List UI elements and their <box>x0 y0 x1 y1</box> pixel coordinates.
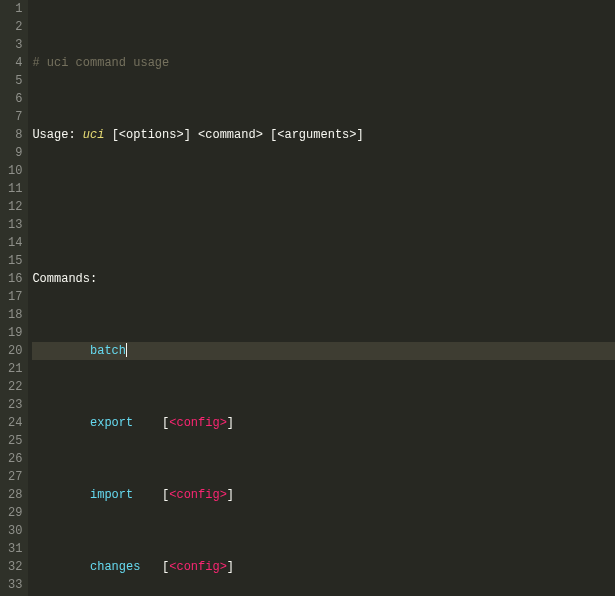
command-name: uci <box>83 128 105 142</box>
subcommand: batch <box>90 344 126 358</box>
usage-prefix: Usage: <box>32 128 82 142</box>
subcommand: changes <box>90 560 162 574</box>
code-line[interactable]: export [<config>] <box>32 414 615 432</box>
line-number: 8 <box>8 126 22 144</box>
line-number: 10 <box>8 162 22 180</box>
code-line-active[interactable]: batch <box>32 342 615 360</box>
line-number: 26 <box>8 450 22 468</box>
code-line[interactable] <box>32 198 615 216</box>
line-number: 27 <box>8 468 22 486</box>
line-number: 17 <box>8 288 22 306</box>
line-number: 30 <box>8 522 22 540</box>
config-param: <config> <box>169 560 227 574</box>
comment-text: # uci command usage <box>32 56 169 70</box>
code-area[interactable]: # uci command usage Usage: uci [<options… <box>28 0 615 596</box>
line-number: 21 <box>8 360 22 378</box>
line-number: 18 <box>8 306 22 324</box>
line-number: 2 <box>8 18 22 36</box>
section-heading: Commands: <box>32 272 97 286</box>
line-number: 23 <box>8 396 22 414</box>
code-line[interactable]: Commands: <box>32 270 615 288</box>
line-number: 29 <box>8 504 22 522</box>
line-number: 33 <box>8 576 22 594</box>
line-number: 7 <box>8 108 22 126</box>
line-number: 3 <box>8 36 22 54</box>
line-number: 22 <box>8 378 22 396</box>
code-editor[interactable]: 1234567891011121314151617181920212223242… <box>0 0 615 596</box>
line-number: 5 <box>8 72 22 90</box>
line-number: 31 <box>8 540 22 558</box>
line-number-gutter: 1234567891011121314151617181920212223242… <box>0 0 28 596</box>
subcommand: export <box>90 416 162 430</box>
line-number: 24 <box>8 414 22 432</box>
line-number: 25 <box>8 432 22 450</box>
line-number: 4 <box>8 54 22 72</box>
line-number: 15 <box>8 252 22 270</box>
usage-args: [<options>] <command> [<arguments>] <box>104 128 363 142</box>
line-number: 32 <box>8 558 22 576</box>
subcommand: import <box>90 488 162 502</box>
line-number: 28 <box>8 486 22 504</box>
line-number: 1 <box>8 0 22 18</box>
line-number: 16 <box>8 270 22 288</box>
line-number: 13 <box>8 216 22 234</box>
text-cursor <box>126 343 127 357</box>
line-number: 11 <box>8 180 22 198</box>
code-line[interactable]: import [<config>] <box>32 486 615 504</box>
code-line[interactable]: Usage: uci [<options>] <command> [<argum… <box>32 126 615 144</box>
line-number: 6 <box>8 90 22 108</box>
line-number: 20 <box>8 342 22 360</box>
line-number: 14 <box>8 234 22 252</box>
code-line[interactable]: changes [<config>] <box>32 558 615 576</box>
code-line[interactable]: # uci command usage <box>32 54 615 72</box>
line-number: 12 <box>8 198 22 216</box>
config-param: <config> <box>169 416 227 430</box>
config-param: <config> <box>169 488 227 502</box>
line-number: 9 <box>8 144 22 162</box>
line-number: 19 <box>8 324 22 342</box>
